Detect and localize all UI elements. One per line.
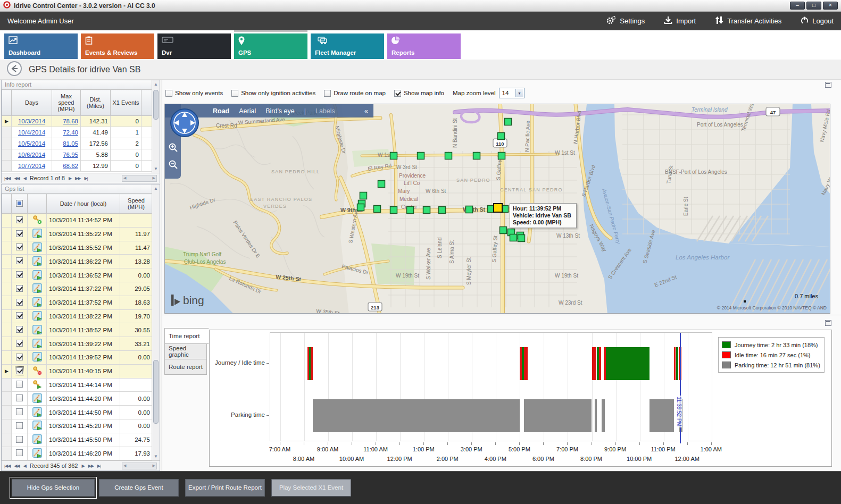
gps-list-row[interactable]: 10/3/2014 11:35:52 PM11.47 xyxy=(2,241,153,255)
checkbox-cell[interactable] xyxy=(12,433,28,447)
pager-next-icon[interactable]: ▶▶ xyxy=(88,464,94,468)
row-checkbox[interactable] xyxy=(16,326,23,333)
row-checkbox[interactable] xyxy=(16,422,23,429)
pager-next-icon[interactable]: ▶ xyxy=(69,176,71,181)
collapse-viewbar-button[interactable]: « xyxy=(364,107,373,115)
chart-tab-time-report[interactable]: Time report xyxy=(164,328,209,344)
column-header[interactable]: Max speed (MPH) xyxy=(52,90,81,116)
gps-list-row[interactable]: 10/3/2014 11:36:22 PM13.28 xyxy=(2,255,153,268)
create-gps-event-button[interactable]: Create Gps Event xyxy=(99,479,179,497)
checkbox-cell[interactable] xyxy=(12,241,28,255)
gps-marker[interactable] xyxy=(374,206,381,213)
checkbox-cell[interactable] xyxy=(12,227,28,241)
gps-marker[interactable] xyxy=(390,153,397,159)
gps-marker[interactable] xyxy=(510,234,517,241)
pager-hscrollbar[interactable]: ◀▶ xyxy=(122,463,157,469)
pager-prev-icon[interactable]: |◀◀ xyxy=(4,464,10,468)
row-checkbox[interactable] xyxy=(16,299,23,306)
scroll-up-icon[interactable]: ▲ xyxy=(152,184,160,192)
info-report-row[interactable]: 10/7/201468.6212.990 xyxy=(2,161,153,172)
gps-list-row[interactable]: ▶10/3/2014 11:40:15 PM xyxy=(2,364,153,378)
export-print-route-report-button[interactable]: Export / Print Route Report xyxy=(185,479,265,497)
checkbox-cell[interactable] xyxy=(12,392,28,406)
gps-list-row[interactable]: 10/3/2014 11:39:22 PM33.21 xyxy=(2,337,153,351)
tab-reports[interactable]: Reports xyxy=(387,33,461,59)
gps-marker[interactable] xyxy=(357,204,364,211)
day-link[interactable]: 10/4/2014 xyxy=(18,129,45,136)
checkbox-cell[interactable] xyxy=(12,364,28,378)
option-show-map-info[interactable]: Show map info xyxy=(394,90,444,97)
gps-list-row[interactable]: 10/3/2014 11:34:52 PM xyxy=(2,214,153,228)
pager-prev-icon[interactable]: ◀◀ xyxy=(14,176,19,181)
hide-gps-selection-button[interactable]: Hide Gps Selection xyxy=(12,479,95,497)
day-cell[interactable]: 10/3/2014 xyxy=(12,116,52,127)
gps-list-row[interactable]: 10/3/2014 11:38:52 PM30.55 xyxy=(2,323,153,337)
day-cell[interactable]: 10/4/2014 xyxy=(12,127,52,138)
day-cell[interactable]: 10/5/2014 xyxy=(12,138,52,149)
gps-marker[interactable] xyxy=(423,207,430,214)
map-compass-control[interactable] xyxy=(169,107,200,140)
zoom-in-icon[interactable] xyxy=(168,142,179,155)
close-button[interactable]: × xyxy=(823,2,838,10)
tab-dashboard[interactable]: Dashboard xyxy=(4,33,78,59)
scroll-down-icon[interactable]: ▼ xyxy=(152,452,160,460)
restore-map-panel-button[interactable] xyxy=(825,82,831,88)
gps-list-row[interactable]: 10/3/2014 11:44:50 PM0.00 xyxy=(2,406,153,419)
checkbox-cell[interactable] xyxy=(12,323,28,337)
row-checkbox[interactable] xyxy=(16,340,23,347)
gps-list-row[interactable]: 10/3/2014 11:36:52 PM0.00 xyxy=(2,268,153,282)
column-header[interactable]: Speed (MPH) xyxy=(120,194,153,214)
chart-tab-speed-graphic[interactable]: Speed graphic xyxy=(164,343,207,359)
max-speed-link[interactable]: 68.62 xyxy=(63,163,78,169)
checkbox-cell[interactable] xyxy=(12,350,28,364)
scroll-up-icon[interactable]: ▲ xyxy=(152,80,160,88)
selected-gps-marker[interactable] xyxy=(494,204,502,212)
logout-button[interactable]: Logout xyxy=(801,16,834,26)
pager-prev-icon[interactable]: ◀ xyxy=(23,176,26,181)
checkbox-cell[interactable] xyxy=(12,419,28,433)
option-draw-route-on-map[interactable]: Draw route on map xyxy=(324,90,386,97)
gps-list-row[interactable]: 10/3/2014 11:37:22 PM29.05 xyxy=(2,282,153,296)
settings-button[interactable]: Settings xyxy=(606,16,645,26)
gps-marker[interactable] xyxy=(407,207,414,214)
pager-next-icon[interactable]: ▶▶ xyxy=(75,176,80,181)
pager-prev-icon[interactable]: ◀ xyxy=(23,464,26,468)
pager-hscrollbar[interactable]: ◀▶ xyxy=(122,175,157,182)
gps-list-row[interactable]: 10/3/2014 11:46:20 PM17.93 xyxy=(2,447,153,460)
option-show-only-ignition-activities[interactable]: Show only ignition activities xyxy=(231,90,315,97)
info-report-row[interactable]: ▶10/3/201478.68142.310 xyxy=(2,116,153,127)
gps-marker[interactable] xyxy=(518,235,525,242)
gps-list-scrollbar[interactable]: ▲ ▼ xyxy=(152,184,160,460)
pager-prev-icon[interactable]: ◀◀ xyxy=(14,464,19,468)
checkbox-cell[interactable] xyxy=(12,268,28,282)
pager-next-icon[interactable]: ▶| xyxy=(84,176,87,181)
column-header[interactable]: Dist. (Miles) xyxy=(81,90,111,116)
column-header[interactable]: X1 Events xyxy=(111,90,141,116)
column-header[interactable]: Days xyxy=(12,90,52,116)
max-speed-cell[interactable]: 72.40 xyxy=(52,127,81,138)
pager-next-icon[interactable]: ▶| xyxy=(97,464,101,468)
info-report-row[interactable]: 10/6/201476.955.880 xyxy=(2,149,153,161)
gps-marker[interactable] xyxy=(498,153,505,159)
tab-gps[interactable]: GPS xyxy=(234,33,307,59)
map-view-bird-s-eye[interactable]: Bird's eye xyxy=(265,107,295,115)
minimize-button[interactable]: – xyxy=(790,2,805,10)
row-checkbox[interactable] xyxy=(16,381,23,388)
tab-fleet-manager[interactable]: Fleet Manager xyxy=(311,33,384,59)
gps-list-row[interactable]: 10/3/2014 11:45:50 PM24.75 xyxy=(2,433,153,447)
day-link[interactable]: 10/6/2014 xyxy=(18,152,45,158)
row-checkbox[interactable] xyxy=(16,243,23,250)
map-view-aerial[interactable]: Aerial xyxy=(239,107,256,115)
max-speed-link[interactable]: 81.05 xyxy=(63,140,78,147)
checkbox-icon[interactable] xyxy=(324,90,331,97)
gps-list-row[interactable]: 10/3/2014 11:38:22 PM19.70 xyxy=(2,309,153,323)
transfer-activities-button[interactable]: Transfer Activities xyxy=(715,16,781,26)
gps-list-row[interactable]: 10/3/2014 11:44:14 PM xyxy=(2,378,153,392)
checkbox-cell[interactable] xyxy=(12,296,28,309)
option-show-only-events[interactable]: Show only events xyxy=(165,90,223,97)
map-view-road[interactable]: Road xyxy=(213,107,229,115)
gps-marker[interactable] xyxy=(378,181,385,188)
import-button[interactable]: Import xyxy=(664,16,696,26)
max-speed-cell[interactable]: 81.05 xyxy=(52,138,81,149)
day-link[interactable]: 10/3/2014 xyxy=(18,118,45,124)
